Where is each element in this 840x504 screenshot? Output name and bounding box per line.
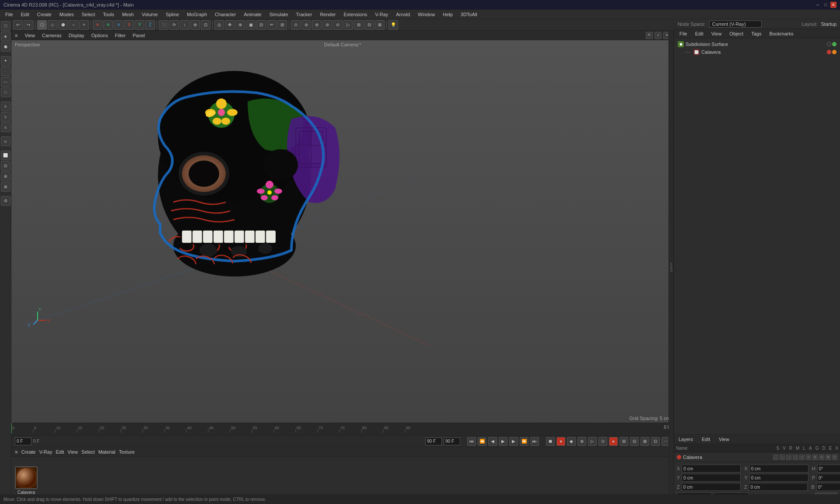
camera-zoom-btn[interactable]: ⊕	[235, 20, 245, 30]
snap-btn[interactable]: ⊡	[201, 20, 210, 30]
hierarchy-item-calavera[interactable]: ⬜ Calavera	[676, 48, 838, 56]
coord-z-pos[interactable]	[682, 483, 741, 491]
world-z-btn[interactable]: Z	[145, 20, 155, 30]
tool-edges[interactable]: —	[1, 77, 10, 87]
tool-paint1[interactable]: ⬜	[1, 150, 10, 160]
go-end-btn[interactable]: ⏭	[530, 437, 539, 446]
layers-tab-view[interactable]: View	[716, 436, 732, 443]
mat-menu-vray[interactable]: V-Ray	[39, 449, 52, 455]
menu-arnold[interactable]: Arnold	[392, 11, 413, 18]
layer-flag-anim[interactable]: ⊙	[806, 455, 811, 460]
layer-flag-expression[interactable]: ⊠	[826, 455, 831, 460]
coord-y-pos[interactable]	[682, 474, 741, 482]
play-btn[interactable]: ▶	[499, 437, 508, 446]
rp-tab-edit[interactable]: Edit	[692, 30, 707, 37]
light-btn[interactable]: 💡	[388, 20, 398, 30]
tool-s3[interactable]: S	[1, 122, 10, 132]
rp-tab-object[interactable]: Object	[726, 30, 747, 37]
layer-flag-gen[interactable]: ⊞	[812, 455, 818, 460]
coord-p-rot[interactable]	[817, 474, 840, 482]
layer-flag-deform[interactable]: ⊟	[819, 455, 824, 460]
menu-extensions[interactable]: Extensions	[340, 11, 371, 18]
key-rot-btn[interactable]: ●	[609, 437, 618, 446]
rp-tab-tags[interactable]: Tags	[748, 30, 765, 37]
delete-z-btn[interactable]: ✕	[114, 20, 123, 30]
menu-file[interactable]: File	[2, 11, 17, 18]
delete-x-btn[interactable]: ✕	[93, 20, 102, 30]
next-keyframe-btn[interactable]: ▶	[509, 437, 518, 446]
tool-s1[interactable]: S	[1, 102, 10, 111]
model-mode-btn[interactable]: ⬡	[37, 20, 47, 30]
mat-menu-material[interactable]: Material	[98, 449, 116, 455]
menu-mesh[interactable]: Mesh	[119, 11, 137, 18]
snap2-btn[interactable]: ⊙	[291, 20, 301, 30]
layer-flag-render[interactable]: □	[786, 455, 791, 460]
mat-menu-view[interactable]: View	[67, 449, 78, 455]
mat-menu-edit[interactable]: Edit	[56, 449, 64, 455]
fill-btn[interactable]: ⊞	[277, 20, 287, 30]
snap10-btn[interactable]: ⊠	[375, 20, 385, 30]
mat-menu-create[interactable]: Create	[21, 449, 35, 455]
transform-tool-btn[interactable]: ⊕	[190, 20, 200, 30]
tool-settings[interactable]: ⚙	[1, 196, 10, 206]
layer-flag-manager[interactable]: □	[793, 455, 798, 460]
rp-tab-view[interactable]: View	[708, 30, 725, 37]
render-view-btn[interactable]: ▣	[246, 20, 256, 30]
frame-end-input1[interactable]	[425, 438, 442, 445]
menu-character[interactable]: Character	[211, 11, 239, 18]
tool-curve[interactable]: ∪	[1, 136, 10, 146]
menu-render[interactable]: Render	[316, 11, 339, 18]
record-btn[interactable]: ●	[556, 437, 565, 446]
snap4-btn[interactable]: ⊛	[312, 20, 322, 30]
coord-b-rot[interactable]	[816, 483, 840, 491]
viewport-menu-panel[interactable]: Panel	[133, 33, 145, 38]
menu-window[interactable]: Window	[414, 11, 438, 18]
tool-polygon[interactable]: ⬢	[1, 42, 10, 52]
key-scale-btn[interactable]: ⊞	[620, 437, 628, 446]
tool-edit[interactable]: ◈	[1, 32, 10, 41]
material-calavera[interactable]: Calavera	[15, 466, 38, 495]
menu-tracker[interactable]: Tracker	[293, 11, 316, 18]
add-btn[interactable]: +	[79, 20, 89, 30]
snap8-btn[interactable]: ⊞	[354, 20, 364, 30]
camera-orbit-btn[interactable]: ◎	[214, 20, 224, 30]
menu-create[interactable]: Create	[34, 11, 55, 18]
viewport-menu-filter[interactable]: Filter	[115, 33, 126, 38]
next-frame-btn[interactable]: ⏩	[520, 437, 528, 446]
viewport-maximize-btn[interactable]: ⤢	[654, 32, 662, 39]
menu-3dtoall[interactable]: 3DToAll	[457, 11, 481, 18]
render-region-btn[interactable]: ⊟	[256, 20, 266, 30]
key-pos-btn[interactable]: ⊙	[598, 437, 607, 446]
key-sel-btn[interactable]: ▷	[588, 437, 597, 446]
mat-menu-texture[interactable]: Texture	[119, 449, 135, 455]
paint-btn[interactable]: ✏	[267, 20, 276, 30]
snap9-btn[interactable]: ⊟	[364, 20, 374, 30]
tool-polys[interactable]: □	[1, 88, 10, 97]
mat-menu-icon[interactable]: ≡	[15, 449, 18, 455]
layer-row-calavera[interactable]: Calavera ○ □ □ □ ▷ ⊙ ⊞ ⊟ ⊠ ⊡	[675, 454, 839, 461]
snap7-btn[interactable]: ▷	[343, 20, 353, 30]
menu-help[interactable]: Help	[439, 11, 456, 18]
coord-x-pos[interactable]	[682, 465, 741, 472]
maximize-button[interactable]: □	[822, 2, 829, 8]
delete-y-btn[interactable]: ✕	[103, 20, 113, 30]
menu-vray[interactable]: V-Ray	[371, 11, 392, 18]
viewport-menu-cameras[interactable]: Cameras	[42, 33, 62, 38]
layers-tab-layers[interactable]: Layers	[676, 436, 696, 443]
frame-start-input[interactable]	[15, 438, 32, 445]
prev-keyframe-btn[interactable]: ◀	[488, 437, 497, 446]
menu-edit[interactable]: Edit	[18, 11, 33, 18]
snap6-btn[interactable]: ⊝	[333, 20, 343, 30]
layout-value[interactable]: Startup	[821, 21, 836, 27]
tool-model[interactable]: ⬡	[1, 21, 10, 31]
undo-button[interactable]: ↩	[13, 20, 23, 30]
layer-flag-visible[interactable]: □	[780, 455, 785, 460]
key-all-btn[interactable]: ⊕	[578, 437, 586, 446]
rp-tab-bookmarks[interactable]: Bookmarks	[766, 30, 797, 37]
snap3-btn[interactable]: ⊚	[301, 20, 311, 30]
mat-menu-select[interactable]: Select	[81, 449, 95, 455]
viewport-menu-icon[interactable]: ≡	[15, 33, 18, 38]
viewport-expand-btn[interactable]: ⇱	[646, 32, 653, 39]
layer-flag-lock[interactable]: ▷	[799, 455, 805, 460]
stop-btn[interactable]: ⏹	[546, 437, 555, 446]
